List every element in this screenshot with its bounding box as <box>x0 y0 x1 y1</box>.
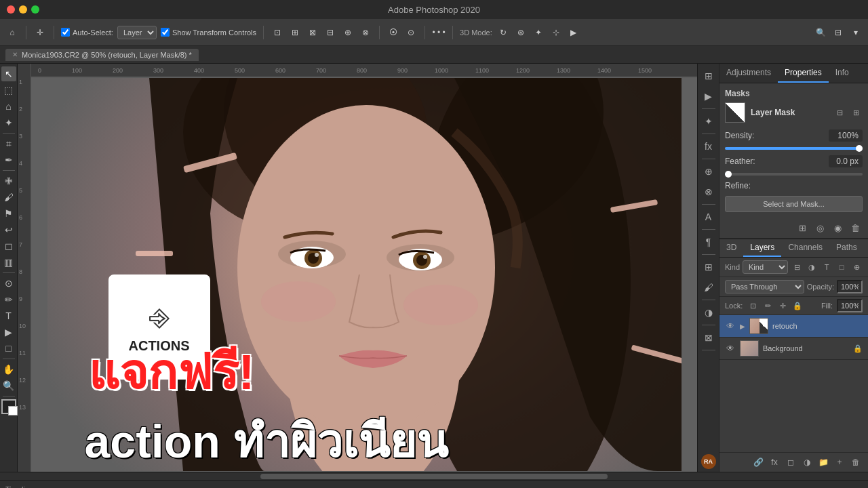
dodge-tool[interactable]: ⊙ <box>1 276 16 291</box>
mask-view-icon[interactable]: ⊞ <box>849 106 863 119</box>
add-mask-icon[interactable]: ⊞ <box>795 220 810 235</box>
3d-slide-icon[interactable]: ⊹ <box>549 26 563 39</box>
layer-item-retouch[interactable]: 👁 ▶ retouch <box>719 315 868 338</box>
paragraph-icon[interactable]: ¶ <box>699 232 718 251</box>
lock-image-icon[interactable]: ✏ <box>762 300 774 312</box>
new-group-icon[interactable]: 📁 <box>816 455 830 469</box>
3d-scale-icon[interactable]: ▶ <box>567 26 580 39</box>
paths-tab[interactable]: Paths <box>829 239 864 257</box>
magic-wand-tool[interactable]: ✦ <box>1 115 16 130</box>
lock-transparent-icon[interactable]: ⊡ <box>747 300 759 312</box>
text-tool[interactable]: T <box>1 308 16 323</box>
search-icon[interactable]: 🔍 <box>814 26 827 39</box>
lasso-tool[interactable]: ⌂ <box>1 99 16 114</box>
add-mask-btn-icon[interactable]: ◻ <box>784 455 797 469</box>
brush-tool[interactable]: 🖌 <box>1 190 16 205</box>
layer-expand-arrow[interactable]: ▶ <box>740 323 745 330</box>
info-tab[interactable]: Info <box>829 64 856 83</box>
new-fill-layer-icon[interactable]: ◑ <box>800 455 814 469</box>
more-options-icon[interactable]: • • • <box>432 26 446 39</box>
gear-icon[interactable]: ✦ <box>699 112 718 131</box>
layer-visibility-background[interactable]: 👁 <box>725 343 736 354</box>
history-brush-tool[interactable]: ↩ <box>1 222 16 237</box>
align-bottom-icon[interactable]: ⊗ <box>359 26 372 39</box>
foreground-color[interactable] <box>1 399 16 414</box>
shape-filter-icon[interactable]: □ <box>835 261 848 273</box>
mask-link-icon[interactable]: ⊟ <box>833 106 846 119</box>
gradient-tool[interactable]: ▥ <box>1 255 16 270</box>
tab-close-icon[interactable]: ✕ <box>12 51 18 58</box>
auto-select-label[interactable]: Auto-Select: <box>61 28 113 37</box>
align-center-h-icon[interactable]: ⊞ <box>288 26 302 39</box>
layer-visibility-retouch[interactable]: 👁 <box>725 321 736 331</box>
hand-tool[interactable]: ✋ <box>1 362 16 377</box>
align-left-icon[interactable]: ⊡ <box>271 26 284 39</box>
user-avatar[interactable]: RA <box>701 454 716 469</box>
fx-icon[interactable]: fx <box>699 137 718 156</box>
maximize-button[interactable] <box>31 5 39 14</box>
feather-slider[interactable] <box>725 173 863 176</box>
new-layer-icon[interactable]: + <box>833 455 846 469</box>
link-layers-icon[interactable]: 🔗 <box>751 455 765 469</box>
pixel-filter-icon[interactable]: ⊟ <box>791 261 803 273</box>
window-controls[interactable] <box>7 5 39 14</box>
grid-icon[interactable]: ⊞ <box>699 258 718 277</box>
3d-tab[interactable]: 3D <box>719 239 743 257</box>
color-icon[interactable]: ◑ <box>699 303 718 322</box>
play-icon[interactable]: ▶ <box>699 87 718 106</box>
3d-rotate-icon[interactable]: ↻ <box>496 26 510 39</box>
swatches-icon[interactable]: ⊠ <box>699 328 718 347</box>
layers-tab[interactable]: Layers <box>743 239 781 257</box>
opacity-input[interactable] <box>837 280 863 293</box>
distribute-icon[interactable]: ⦿ <box>387 26 400 39</box>
align-middle-icon[interactable]: ⊕ <box>341 26 355 39</box>
canvas-area[interactable]: 0 100 200 300 400 500 600 700 800 900 10… <box>18 64 697 472</box>
3d-pan-icon[interactable]: ✦ <box>532 26 545 39</box>
smartobj-filter-icon[interactable]: ⊕ <box>850 261 863 273</box>
auto-select-checkbox[interactable] <box>61 28 70 37</box>
density-slider-thumb[interactable] <box>856 145 863 152</box>
adjustment-filter-icon[interactable]: ◑ <box>806 261 818 273</box>
libraries-icon[interactable]: ⊞ <box>699 66 718 85</box>
minimize-button[interactable] <box>19 5 27 14</box>
move-tool-icon[interactable]: ✛ <box>33 26 47 39</box>
channels-tab[interactable]: Channels <box>781 239 829 257</box>
workspace-icon[interactable]: ▾ <box>849 26 863 39</box>
document-tab[interactable]: ✕ Monica1903.CR2 @ 50% (retouch, Layer M… <box>5 49 199 61</box>
3d-orbit-icon[interactable]: ⊛ <box>514 26 528 39</box>
arrange-icon[interactable]: ⊟ <box>831 26 845 39</box>
scrollbar-thumb[interactable] <box>260 474 608 479</box>
distribute-v-icon[interactable]: ⊙ <box>404 26 418 39</box>
align-right-icon[interactable]: ⊠ <box>306 26 319 39</box>
kind-select[interactable]: Kind <box>743 260 788 274</box>
crop-tool[interactable]: ⌗ <box>1 136 16 151</box>
brush-panel-icon[interactable]: 🖌 <box>699 278 718 297</box>
delete-layer-icon[interactable]: 🗑 <box>849 455 863 469</box>
transform-controls-label[interactable]: Show Transform Controls <box>161 28 256 37</box>
home-icon[interactable]: ⌂ <box>5 26 19 39</box>
align-top-icon[interactable]: ⊟ <box>323 26 337 39</box>
layer-item-background[interactable]: 👁 Background 🔒 <box>719 338 868 360</box>
shape-tool[interactable]: □ <box>1 341 16 356</box>
close-button[interactable] <box>7 5 15 14</box>
adjustments-tab[interactable]: Adjustments <box>719 64 778 83</box>
transform-controls-checkbox[interactable] <box>161 28 170 37</box>
healing-tool[interactable]: ✙ <box>1 174 16 188</box>
blend-mode-select[interactable]: Pass Through <box>725 280 804 293</box>
fill-input[interactable] <box>837 299 863 312</box>
selection-tool[interactable]: ⬚ <box>1 83 16 98</box>
path-icon[interactable]: ⊗ <box>699 182 718 201</box>
horizontal-scrollbar[interactable] <box>0 472 868 480</box>
clone-stamp-tool[interactable]: ⚑ <box>1 206 16 221</box>
eraser-tool[interactable]: ◻ <box>1 239 16 253</box>
type-icon[interactable]: A <box>699 207 718 226</box>
apply-mask-icon[interactable]: ◎ <box>812 220 827 235</box>
zoom-tool[interactable]: 🔍 <box>1 378 16 393</box>
pen-tool[interactable]: ✏ <box>1 292 16 307</box>
type-filter-icon[interactable]: T <box>821 261 833 273</box>
delete-mask-icon[interactable]: 🗑 <box>848 220 863 235</box>
layer-select[interactable]: Layer <box>117 26 157 39</box>
add-style-icon[interactable]: fx <box>768 455 781 469</box>
path-selection-tool[interactable]: ▶ <box>1 325 16 340</box>
density-slider[interactable] <box>725 147 863 150</box>
